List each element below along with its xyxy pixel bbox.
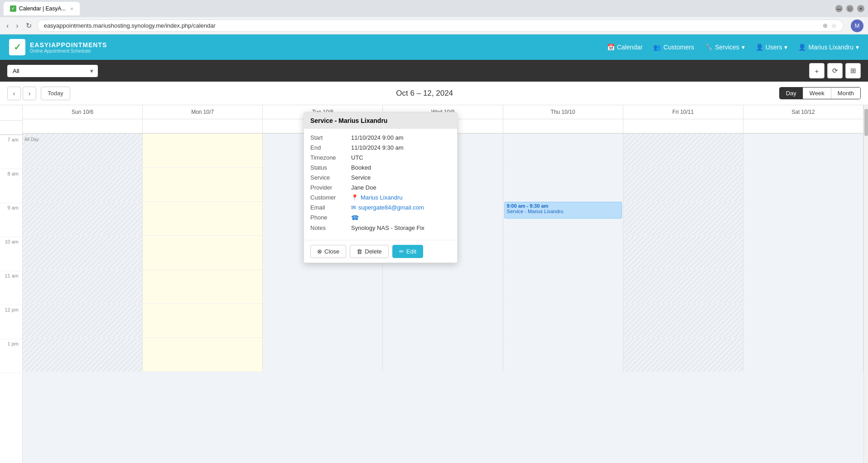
popup-close-btn[interactable]: ⊗ Close xyxy=(310,245,346,258)
day-view-btn[interactable]: Day xyxy=(780,88,803,99)
time-row[interactable] xyxy=(23,304,142,338)
day-col-sat[interactable] xyxy=(743,134,863,372)
forward-btn[interactable]: › xyxy=(14,20,20,32)
time-row[interactable] xyxy=(503,168,623,202)
time-row[interactable] xyxy=(503,270,623,304)
day-col-mon[interactable] xyxy=(143,134,263,372)
time-row[interactable] xyxy=(263,304,382,338)
time-row[interactable] xyxy=(143,304,262,338)
time-row[interactable] xyxy=(623,304,743,338)
month-view-btn[interactable]: Month xyxy=(831,88,860,99)
time-row[interactable] xyxy=(743,270,863,304)
window-controls: — □ × xyxy=(835,5,864,12)
logo-area: ✓ EASYIAPPOINTMENTS Online Appointment S… xyxy=(9,39,107,55)
scrollbar-thumb[interactable] xyxy=(864,109,868,136)
time-row[interactable] xyxy=(143,270,262,304)
address-text: easyappointments.mariushosting.synology.… xyxy=(44,22,216,29)
customer-label: Customer xyxy=(310,194,351,201)
time-row[interactable] xyxy=(743,236,863,270)
day-header-fri: Fri 10/11 xyxy=(623,105,743,119)
time-row[interactable] xyxy=(23,134,142,168)
time-row[interactable] xyxy=(143,236,262,270)
tab-close-btn[interactable]: × xyxy=(70,6,73,11)
time-column: 7 am 8 am 9 am 10 am 11 am 12 pm 1 pm xyxy=(0,105,23,463)
nav-calendar[interactable]: 📅 Calendar xyxy=(607,44,643,51)
time-row[interactable] xyxy=(743,202,863,236)
start-value: 11/10/2024 9:00 am xyxy=(351,134,451,141)
time-row[interactable] xyxy=(23,236,142,270)
brand-name: EASYIAPPOINTMENTS xyxy=(30,41,107,49)
time-row[interactable] xyxy=(743,168,863,202)
time-row[interactable] xyxy=(143,202,262,236)
popup-edit-btn[interactable]: ✏ Edit xyxy=(392,245,423,258)
status-label: Status xyxy=(310,164,351,171)
appointment-event[interactable]: 9:00 am - 9:30 am Service - Marius Lixan… xyxy=(504,202,622,219)
back-btn[interactable]: ‹ xyxy=(5,20,10,32)
edit-icon: ✏ xyxy=(399,248,404,255)
popup-row-start: Start 11/10/2024 9:00 am xyxy=(310,134,451,141)
day-col-sun[interactable] xyxy=(23,134,143,372)
time-row[interactable] xyxy=(743,304,863,338)
time-row[interactable] xyxy=(23,338,142,372)
address-field[interactable]: easyappointments.mariushosting.synology.… xyxy=(37,19,844,32)
scrollbar[interactable] xyxy=(863,105,868,463)
time-row[interactable] xyxy=(503,304,623,338)
time-row[interactable] xyxy=(383,270,502,304)
popup-row-customer: Customer 📍 Marius Lixandru xyxy=(310,194,451,201)
time-row[interactable] xyxy=(23,270,142,304)
time-row[interactable] xyxy=(623,134,743,168)
time-row[interactable] xyxy=(503,134,623,168)
time-row[interactable] xyxy=(143,338,262,372)
user-caret: ▾ xyxy=(856,44,859,51)
prev-btn[interactable]: ‹ xyxy=(7,87,21,100)
time-row[interactable] xyxy=(263,270,382,304)
time-row[interactable] xyxy=(23,202,142,236)
refresh-btn[interactable]: ⟳ xyxy=(827,63,843,78)
time-slot-9am: 9 am xyxy=(0,203,22,237)
time-row[interactable] xyxy=(623,270,743,304)
day-col-fri[interactable] xyxy=(623,134,743,372)
delete-icon: 🗑 xyxy=(357,248,362,255)
popup-delete-btn[interactable]: 🗑 Delete xyxy=(350,245,389,258)
nav-user[interactable]: 👤 Marius Lixandru ▾ xyxy=(798,44,859,51)
time-row[interactable] xyxy=(623,202,743,236)
start-label: Start xyxy=(310,134,351,141)
nav-services[interactable]: 🔧 Services ▾ xyxy=(705,44,745,51)
time-row[interactable] xyxy=(383,338,502,372)
notes-label: Notes xyxy=(310,224,351,231)
users-caret: ▾ xyxy=(784,44,787,51)
time-row[interactable] xyxy=(623,338,743,372)
time-row[interactable] xyxy=(503,338,623,372)
bookmark-icon: ☆ xyxy=(831,22,837,29)
filter-select[interactable]: All xyxy=(7,65,98,77)
time-row[interactable] xyxy=(743,134,863,168)
time-row[interactable] xyxy=(23,168,142,202)
week-view-btn[interactable]: Week xyxy=(803,88,831,99)
time-row[interactable] xyxy=(383,304,502,338)
time-row[interactable] xyxy=(143,134,262,168)
add-appointment-btn[interactable]: + xyxy=(809,63,825,78)
calendar-grid: Sun 10/6 Mon 10/7 Tue 10/8 Wed 10/9 Thu … xyxy=(23,105,863,463)
next-btn[interactable]: › xyxy=(23,87,36,100)
grid-view-btn[interactable]: ⊞ xyxy=(845,63,861,78)
time-row[interactable] xyxy=(743,338,863,372)
maximize-btn[interactable]: □ xyxy=(846,5,854,12)
day-col-thu[interactable]: 9:00 am - 9:30 am Service - Marius Lixan… xyxy=(503,134,623,372)
time-row[interactable] xyxy=(623,168,743,202)
profile-icon[interactable]: M xyxy=(851,19,863,32)
user-icon: 👤 xyxy=(798,44,806,51)
notes-value: Synology NAS - Storage Fix xyxy=(351,224,451,231)
tab-label: Calendar | EasyA... xyxy=(19,5,66,12)
nav-users[interactable]: 👤 Users ▾ xyxy=(756,44,788,51)
today-btn[interactable]: Today xyxy=(41,87,70,100)
nav-customers[interactable]: 👥 Customers xyxy=(653,44,694,51)
customer-pin-icon: 📍 xyxy=(351,194,358,201)
time-row[interactable] xyxy=(623,236,743,270)
time-row[interactable] xyxy=(263,338,382,372)
minimize-btn[interactable]: — xyxy=(835,5,843,12)
browser-tab[interactable]: ✓ Calendar | EasyA... × xyxy=(4,2,80,15)
time-row[interactable] xyxy=(503,236,623,270)
time-row[interactable] xyxy=(143,168,262,202)
reload-btn[interactable]: ↻ xyxy=(24,19,34,32)
close-btn[interactable]: × xyxy=(857,5,864,12)
